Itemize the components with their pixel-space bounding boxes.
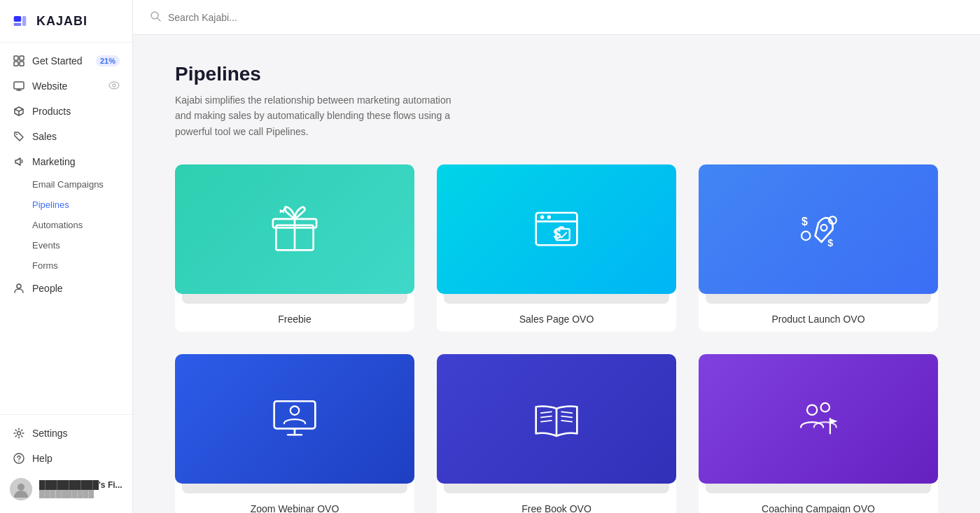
svg-line-21: [158, 18, 160, 21]
book-icon: [528, 391, 584, 447]
svg-point-34: [821, 225, 827, 231]
sidebar-item-label: Marketing: [32, 156, 75, 167]
card-image-productlaunch: $ $: [699, 164, 938, 294]
card-image-freebook: [437, 354, 676, 484]
card-image-salespage: $: [437, 164, 676, 294]
user-info[interactable]: ██████████'s Fi... ██████████: [0, 471, 132, 507]
sidebar-item-marketing[interactable]: Marketing: [0, 149, 132, 174]
user-sub: ██████████: [39, 490, 122, 498]
pipeline-card-coaching[interactable]: Coaching Campaign OVO: [699, 354, 938, 513]
svg-point-45: [807, 405, 817, 414]
sidebar-item-label: People: [32, 283, 63, 294]
top-bar: [133, 0, 980, 35]
sidebar-item-people[interactable]: People: [0, 276, 132, 301]
card-image-freebie: [175, 164, 414, 294]
search-input[interactable]: [168, 12, 322, 23]
gift-icon: [267, 202, 323, 258]
svg-point-46: [821, 403, 830, 412]
sidebar-item-sales[interactable]: Sales: [0, 124, 132, 149]
person-icon: [13, 282, 25, 295]
page-description: Kajabi simplifies the relationship betwe…: [175, 92, 469, 139]
svg-text:$: $: [802, 215, 808, 227]
card-image-webinar: [175, 354, 414, 484]
sidebar-item-get-started[interactable]: Get Started 21%: [0, 48, 132, 73]
card-shadow-freebook: [444, 484, 669, 493]
pipeline-card-freebie[interactable]: Freebie: [175, 164, 414, 332]
card-label-salespage: Sales Page OVO: [437, 314, 676, 332]
logo-text: KAJABI: [36, 14, 88, 29]
sidebar-item-products[interactable]: Products: [0, 99, 132, 124]
sidebar-item-label: Products: [32, 106, 71, 117]
grid-icon: [13, 55, 25, 67]
sidebar-item-label: Sales: [32, 131, 57, 142]
svg-rect-4: [20, 56, 24, 60]
svg-rect-0: [14, 16, 22, 22]
user-details: ██████████'s Fi... ██████████: [39, 480, 122, 498]
sales-page-icon: $: [528, 202, 584, 258]
pipeline-grid: Freebie $: [175, 164, 938, 513]
sidebar-item-help[interactable]: Help: [0, 446, 132, 471]
question-icon: [13, 452, 25, 465]
svg-point-13: [16, 134, 18, 135]
avatar: [10, 478, 32, 500]
webinar-icon: [267, 391, 323, 447]
svg-point-11: [113, 84, 115, 87]
sidebar-item-label: Settings: [32, 428, 68, 439]
card-label-coaching: Coaching Campaign OVO: [699, 503, 938, 513]
pipeline-card-product-launch[interactable]: $ $ Product Launch OVO: [699, 164, 938, 332]
pipeline-card-sales-page[interactable]: $ Sales Page OVO: [437, 164, 676, 332]
svg-point-19: [18, 484, 24, 491]
card-label-webinar: Zoom Webinar OVO: [175, 503, 414, 513]
pipeline-card-webinar[interactable]: Zoom Webinar OVO: [175, 354, 414, 513]
sidebar-subitem-email-campaigns[interactable]: Email Campaigns: [0, 174, 132, 195]
sidebar-item-label: Get Started: [32, 55, 83, 66]
sidebar-subitem-forms[interactable]: Forms: [0, 255, 132, 276]
card-label-freebie: Freebie: [175, 314, 414, 332]
logo-icon: [13, 11, 32, 31]
search-icon: [150, 10, 161, 24]
card-shadow-productlaunch: [706, 294, 931, 304]
megaphone-icon: [13, 155, 25, 168]
card-shadow-salespage: [444, 294, 669, 304]
monitor-icon: [13, 80, 25, 92]
sidebar: KAJABI Get Started 21%: [0, 0, 133, 513]
sidebar-subitem-events[interactable]: Events: [0, 235, 132, 255]
svg-point-43: [290, 406, 299, 414]
main-content: Pipelines Kajabi simplifies the relation…: [133, 0, 980, 513]
card-shadow-coaching: [706, 484, 931, 493]
svg-rect-1: [14, 23, 22, 26]
svg-rect-3: [14, 56, 18, 60]
svg-point-15: [18, 432, 21, 435]
sidebar-item-label: Help: [32, 453, 52, 464]
svg-point-17: [18, 461, 20, 462]
sidebar-item-settings[interactable]: Settings: [0, 421, 132, 446]
box-icon: [13, 105, 25, 118]
sidebar-bottom: Settings Help ████: [0, 414, 132, 513]
card-shadow-webinar: [182, 484, 407, 493]
logo[interactable]: KAJABI: [0, 0, 132, 43]
svg-point-10: [109, 82, 119, 89]
svg-point-14: [17, 284, 21, 288]
gear-icon: [13, 427, 25, 440]
svg-point-37: [802, 231, 810, 239]
sidebar-subitem-pipelines[interactable]: Pipelines: [0, 195, 132, 215]
sidebar-subitem-automations[interactable]: Automations: [0, 215, 132, 235]
sidebar-item-website[interactable]: Website: [0, 73, 132, 99]
svg-rect-6: [20, 62, 24, 66]
pipeline-card-freebook[interactable]: Free Book OVO: [437, 354, 676, 513]
product-launch-icon: $ $: [790, 202, 846, 258]
tag-icon: [13, 130, 25, 143]
content-area: Pipelines Kajabi simplifies the relation…: [133, 35, 980, 513]
svg-rect-7: [14, 82, 24, 89]
user-name: ██████████'s Fi...: [39, 480, 122, 490]
sidebar-nav: Get Started 21% Website: [0, 43, 132, 414]
card-image-coaching: [699, 354, 938, 484]
card-label-productlaunch: Product Launch OVO: [699, 314, 938, 332]
svg-rect-2: [22, 16, 26, 26]
svg-point-30: [540, 215, 544, 218]
svg-rect-5: [14, 62, 18, 66]
eye-icon: [108, 80, 120, 92]
card-shadow-freebie: [182, 294, 407, 304]
sidebar-item-label: Website: [32, 80, 67, 92]
page-title: Pipelines: [175, 63, 938, 85]
